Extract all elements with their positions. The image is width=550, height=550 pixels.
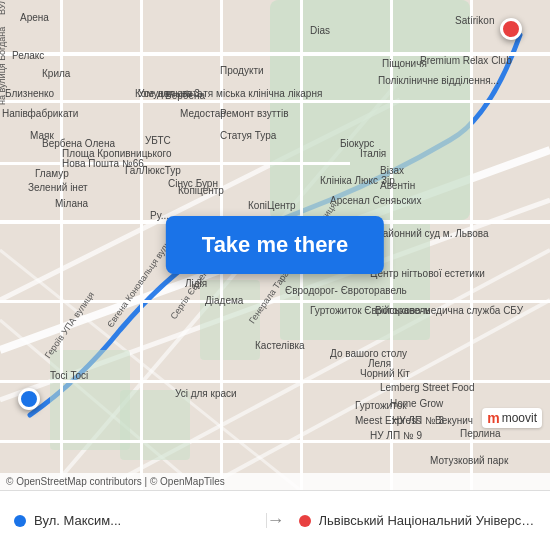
road-v2 [140, 0, 143, 490]
moovit-m-letter: m [487, 410, 499, 426]
from-section: Вул. Максим... [0, 513, 267, 528]
road-h7 [0, 440, 550, 443]
arrow-icon: → [267, 510, 285, 531]
road-h2 [0, 100, 550, 103]
moovit-wordmark: moovit [502, 411, 537, 425]
road-h5 [0, 300, 550, 303]
park-area-3 [200, 280, 260, 360]
from-dot-icon [14, 515, 26, 527]
road-v1 [60, 0, 63, 490]
bottom-navigation-bar: Вул. Максим... → Львівський Національний… [0, 490, 550, 550]
map-view: Героїв УПА вулиця Євгена Коновальця вули… [0, 0, 550, 490]
from-station-label: Вул. Максим... [34, 513, 121, 528]
take-me-there-button[interactable]: Take me there [166, 216, 384, 274]
end-marker [500, 18, 522, 40]
road-v5 [390, 0, 393, 490]
map-attribution: © OpenStreetMap contributors | © OpenMap… [0, 473, 550, 490]
to-station-label: Львівський Національний Університе... [319, 513, 537, 528]
road-v6 [470, 0, 473, 490]
to-section: Львівський Національний Університе... [285, 513, 551, 528]
road-h3 [0, 162, 350, 165]
park-area-5 [120, 390, 190, 460]
moovit-logo: m moovit [482, 408, 542, 428]
road-h1 [0, 52, 550, 56]
start-marker [18, 388, 40, 410]
to-dot-icon [299, 515, 311, 527]
road-h6 [0, 380, 550, 383]
